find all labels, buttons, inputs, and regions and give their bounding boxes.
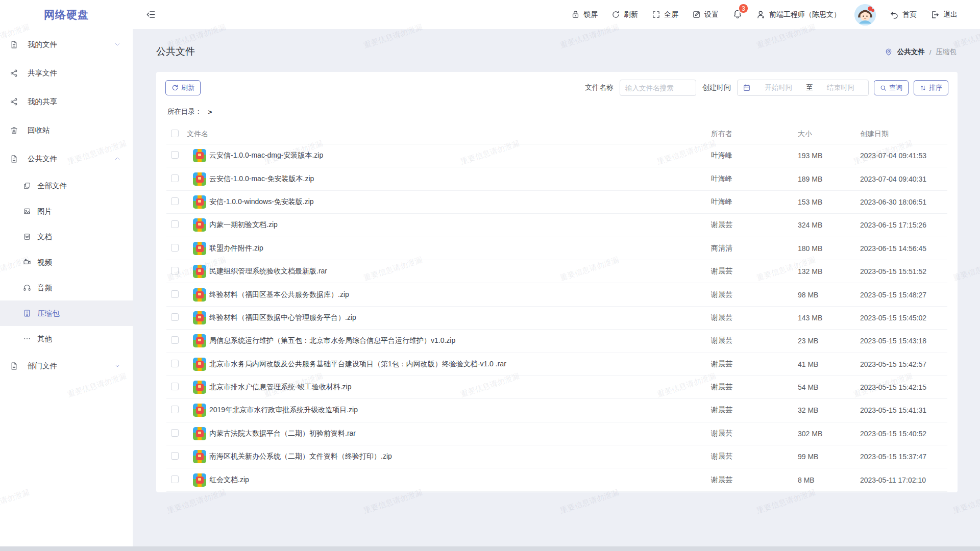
file-name[interactable]: 联盟办件附件.zip xyxy=(206,244,711,253)
navbar-actions: 锁屏刷新全屏设置 3 前端工程师（陈思文） 首页 退出 xyxy=(571,4,958,26)
row-checkbox[interactable] xyxy=(171,290,179,298)
directory-root-arrow[interactable]: > xyxy=(208,108,212,116)
sidebar-item-label: 其他 xyxy=(37,334,52,344)
archive-file-icon xyxy=(193,242,206,255)
select-all-checkbox[interactable] xyxy=(171,130,179,137)
table-row[interactable]: 终验材料（福田区数据中心管理服务平台）.zip谢晨芸143 MB2023-05-… xyxy=(166,307,947,330)
archive-file-icon xyxy=(193,149,206,162)
files-icon xyxy=(23,182,31,190)
table-row[interactable]: 联盟办件附件.zip商清清180 MB2023-06-15 14:56:45 xyxy=(166,237,947,260)
avatar[interactable] xyxy=(854,4,876,26)
settings-button[interactable]: 设置 xyxy=(692,10,719,19)
file-name[interactable]: 终验材料（福田区数据中心管理服务平台）.zip xyxy=(206,313,711,322)
notifications-button[interactable]: 3 xyxy=(732,9,743,20)
refresh-icon xyxy=(172,84,179,91)
file-name[interactable]: 南海区机关新办公系统（二期）文件资料（终验打印）.zip xyxy=(206,452,711,461)
page-title: 公共文件 xyxy=(156,45,195,58)
date-range-picker[interactable]: 开始时间 至 结束时间 xyxy=(737,80,869,96)
sidebar-item-archives[interactable]: 压缩包 xyxy=(0,300,133,326)
row-checkbox[interactable] xyxy=(171,174,179,182)
sidebar-item-label: 我的文件 xyxy=(28,40,57,49)
table-row[interactable]: 云安信-1.0.0-mac-免安装版本.zip叶海峰189 MB2023-07-… xyxy=(166,167,947,190)
table-row[interactable]: 南海区机关新办公系统（二期）文件资料（终验打印）.zip谢晨芸99 MB2023… xyxy=(166,445,947,468)
file-name[interactable]: 安信-1.0.0-windows-免安装版.zip xyxy=(206,197,711,207)
table-row[interactable]: 红会文档.zip谢晨芸8 MB2023-05-11 17:02:10 xyxy=(166,468,947,491)
filename-search-input[interactable] xyxy=(620,80,696,96)
table-row[interactable]: 北京市排水户信息管理系统-竣工验收材料.zip谢晨芸54 MB2023-05-1… xyxy=(166,376,947,399)
file-name[interactable]: 云安信-1.0.0-mac-dmg-安装版本.zip xyxy=(206,151,711,160)
table-row[interactable]: 民建组织管理系统验收文档最新版.rar谢晨芸132 MB2023-05-15 1… xyxy=(166,260,947,283)
sidebar-item-my-shares[interactable]: 我的共享 xyxy=(0,87,133,116)
row-checkbox[interactable] xyxy=(171,383,179,390)
table-row[interactable]: 2019年北京市水行政审批系统升级改造项目.zip谢晨芸32 MB2023-05… xyxy=(166,399,947,422)
file-size: 8 MB xyxy=(798,476,860,484)
sidebar-item-videos[interactable]: 视频 xyxy=(0,249,133,275)
table-row[interactable]: 云安信-1.0.0-mac-dmg-安装版本.zip叶海峰193 MB2023-… xyxy=(166,144,947,167)
row-checkbox[interactable] xyxy=(171,406,179,413)
sidebar-item-recycle-bin[interactable]: 回收站 xyxy=(0,116,133,144)
horizontal-scrollbar[interactable] xyxy=(0,546,980,551)
row-checkbox[interactable] xyxy=(171,244,179,252)
refresh-button[interactable]: 刷新 xyxy=(611,10,638,19)
file-owner: 谢晨芸 xyxy=(711,360,798,369)
table-row[interactable]: 内蒙古法院大数据平台（二期）初验前资料.rar谢晨芸302 MB2023-05-… xyxy=(166,422,947,445)
file-name[interactable]: 北京市排水户信息管理系统-竣工验收材料.zip xyxy=(206,383,711,392)
sidebar-item-my-files[interactable]: 我的文件 xyxy=(0,30,133,59)
file-name[interactable]: 终验材料（福田区基本公共服务数据库）.zip xyxy=(206,290,711,299)
file-name[interactable]: 民建组织管理系统验收文档最新版.rar xyxy=(206,267,711,276)
row-checkbox[interactable] xyxy=(171,267,179,274)
sidebar-item-label: 音频 xyxy=(37,283,52,293)
archive-file-icon xyxy=(193,288,206,302)
file-date: 2023-05-15 15:42:57 xyxy=(860,360,947,368)
file-name[interactable]: 内蒙一期初验文档.zip xyxy=(206,220,711,230)
notification-badge: 3 xyxy=(738,3,749,14)
row-checkbox[interactable] xyxy=(171,220,179,228)
table-row[interactable]: 安信-1.0.0-windows-免安装版.zip叶海峰153 MB2023-0… xyxy=(166,191,947,214)
table-row[interactable]: 局信息系统运行维护（第五包：北京市水务局综合信息平台运行维护）v1.0.zip谢… xyxy=(166,330,947,353)
file-name[interactable]: 内蒙古法院大数据平台（二期）初验前资料.rar xyxy=(206,429,711,438)
refresh-list-button[interactable]: 刷新 xyxy=(165,80,201,95)
row-checkbox[interactable] xyxy=(171,313,179,321)
sidebar-item-department-files[interactable]: 部门文件 xyxy=(0,352,133,380)
file-name[interactable]: 云安信-1.0.0-mac-免安装版本.zip xyxy=(206,174,711,184)
row-checkbox[interactable] xyxy=(171,197,179,205)
file-date: 2023-05-15 15:41:31 xyxy=(860,406,947,414)
sort-button[interactable]: 排序 xyxy=(914,80,948,95)
table-row[interactable]: 终验材料（福田区基本公共服务数据库）.zip谢晨芸98 MB2023-05-15… xyxy=(166,283,947,306)
collapse-sidebar-icon[interactable] xyxy=(146,10,156,19)
fullscreen-button[interactable]: 全屏 xyxy=(652,10,678,19)
file-name[interactable]: 局信息系统运行维护（第五包：北京市水务局综合信息平台运行维护）v1.0.zip xyxy=(206,336,711,345)
row-checkbox[interactable] xyxy=(171,475,179,483)
file-name[interactable]: 2019年北京市水行政审批系统升级改造项目.zip xyxy=(206,406,711,415)
created-time-label: 创建时间 xyxy=(702,83,731,92)
file-name[interactable]: 红会文档.zip xyxy=(206,475,711,485)
query-button[interactable]: 查询 xyxy=(874,80,909,95)
table-row[interactable]: 内蒙一期初验文档.zip谢晨芸324 MB2023-06-15 17:15:26 xyxy=(166,214,947,237)
sidebar-item-audio[interactable]: 音频 xyxy=(0,275,133,300)
logout-button[interactable]: 退出 xyxy=(930,10,958,19)
user-menu[interactable]: 前端工程师（陈思文） xyxy=(756,10,841,19)
file-size: 189 MB xyxy=(798,175,860,183)
sidebar-item-documents[interactable]: 文档 xyxy=(0,224,133,249)
row-checkbox[interactable] xyxy=(171,429,179,437)
sidebar-item-shared-files[interactable]: 共享文件 xyxy=(0,59,133,87)
breadcrumb-parent[interactable]: 公共文件 xyxy=(897,47,925,57)
file-owner: 谢晨芸 xyxy=(711,429,798,438)
row-checkbox[interactable] xyxy=(171,336,179,344)
sidebar-item-label: 共享文件 xyxy=(28,68,57,78)
sidebar-item-public-files[interactable]: 公共文件 xyxy=(0,144,133,173)
lock-screen-button[interactable]: 锁屏 xyxy=(571,10,598,19)
row-checkbox[interactable] xyxy=(171,452,179,460)
filter-bar: 文件名称 创建时间 开始时间 至 结束时间 查询 xyxy=(584,80,948,96)
row-checkbox[interactable] xyxy=(171,151,179,159)
refresh-icon xyxy=(611,10,620,19)
home-button[interactable]: 首页 xyxy=(890,10,917,19)
row-checkbox[interactable] xyxy=(171,360,179,367)
sidebar-item-all-files[interactable]: 全部文件 xyxy=(0,173,133,198)
table-row[interactable]: 北京市水务局内网改版及公共服务基础平台建设项目（第1包：内网改版）终验验文档-v… xyxy=(166,353,947,376)
file-size: 193 MB xyxy=(798,152,860,160)
file-size: 132 MB xyxy=(798,267,860,276)
file-name[interactable]: 北京市水务局内网改版及公共服务基础平台建设项目（第1包：内网改版）终验验文档-v… xyxy=(206,360,711,369)
sidebar-item-others[interactable]: 其他 xyxy=(0,326,133,352)
sidebar-item-images[interactable]: 图片 xyxy=(0,198,133,224)
